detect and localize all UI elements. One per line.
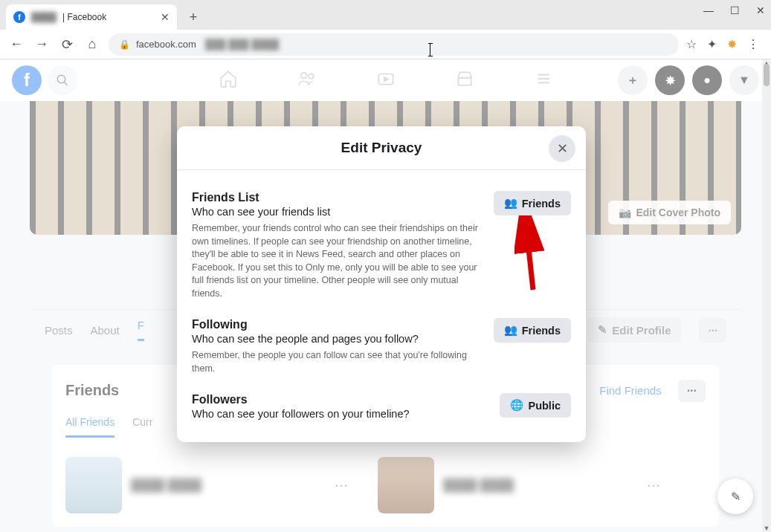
section-heading: Friends List [192,191,485,204]
section-heading: Followers [192,393,491,406]
vertical-scrollbar[interactable]: ▲ ▼ [762,59,771,532]
audience-selector-following[interactable]: 👥 Friends [494,318,571,343]
text-cursor-icon [430,43,430,56]
section-subtitle: Who can see your followers on your timel… [192,408,491,420]
window-controls: — ☐ ✕ [703,4,765,16]
section-desc: Remember, the people you can follow can … [192,349,485,375]
browser-toolbar: ← → ⟳ ⌂ 🔒 facebook.com ███ ███ ████ ☆ ✦ … [0,30,771,59]
modal-close-button[interactable]: ✕ [549,135,575,162]
modal-title: Edit Privacy [190,140,572,156]
extension-icon[interactable]: ✸ [727,37,737,51]
address-bar[interactable]: 🔒 facebook.com ███ ███ ████ [109,33,679,56]
modal-body: Friends List Who can see your friends li… [177,170,586,442]
new-tab-button[interactable]: + [183,7,204,27]
lock-icon: 🔒 [119,39,130,50]
maximize-button[interactable]: ☐ [730,4,740,16]
section-subtitle: Who can see the people and pages you fol… [192,333,485,345]
bookmark-star-icon[interactable]: ☆ [686,37,697,51]
tab-title-blurred: ████ [31,12,57,22]
browser-tab[interactable]: f ████ | Facebook ✕ [6,4,177,30]
chip-label: Friends [522,198,561,210]
forward-button[interactable]: → [33,36,51,52]
edit-icon: ✎ [731,490,741,504]
audience-selector-followers[interactable]: 🌐 Public [500,393,571,418]
url-host: facebook.com [136,39,196,50]
section-desc: Remember, your friends control who can s… [192,222,485,300]
reload-button[interactable]: ⟳ [58,36,76,53]
audience-selector-friends-list[interactable]: 👥 Friends [494,191,571,215]
globe-icon: 🌐 [510,399,523,412]
chip-label: Public [528,400,561,412]
friends-icon: 👥 [504,197,517,210]
close-icon: ✕ [557,140,568,157]
close-window-button[interactable]: ✕ [756,4,765,16]
compose-button[interactable]: ✎ [717,479,753,514]
section-following: Following Who can see the people and pag… [192,309,571,384]
modal-header: Edit Privacy ✕ [177,126,586,170]
chip-label: Friends [522,325,561,337]
friends-icon: 👥 [504,324,517,337]
section-friends-list: Friends List Who can see your friends li… [192,182,571,309]
browser-menu-icon[interactable]: ⋮ [747,37,759,51]
minimize-button[interactable]: — [703,4,714,16]
url-path-blurred: ███ ███ ████ [205,39,279,50]
back-button[interactable]: ← [7,36,25,52]
scroll-thumb[interactable] [764,64,770,86]
browser-tabstrip: f ████ | Facebook ✕ + — ☐ ✕ [0,0,771,30]
section-followers: Followers Who can see your followers on … [192,384,571,424]
section-subtitle: Who can see your friends list [192,206,485,218]
browser-extensions: ☆ ✦ ✸ ⋮ [686,37,764,51]
edit-privacy-modal: Edit Privacy ✕ Friends List Who can see … [177,126,586,442]
home-button[interactable]: ⌂ [83,36,101,52]
section-heading: Following [192,318,485,331]
scroll-down-icon[interactable]: ▼ [762,525,771,532]
close-tab-icon[interactable]: ✕ [161,11,170,23]
tab-title-suffix: | Facebook [62,12,106,22]
facebook-favicon: f [13,11,25,23]
extensions-icon[interactable]: ✦ [707,37,717,51]
